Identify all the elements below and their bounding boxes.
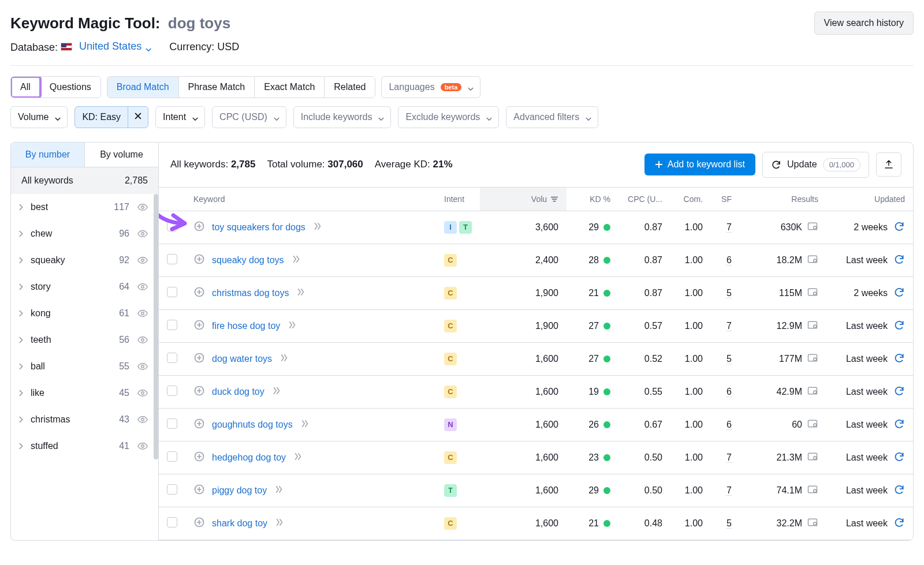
serp-icon[interactable]	[807, 319, 818, 333]
eye-icon[interactable]	[137, 414, 148, 425]
serp-icon[interactable]	[807, 286, 818, 300]
add-keyword-icon[interactable]	[193, 385, 205, 399]
serp-icon[interactable]	[807, 418, 818, 432]
expand-icon[interactable]	[287, 320, 297, 332]
add-keyword-icon[interactable]	[193, 253, 205, 267]
add-keyword-icon[interactable]	[193, 319, 205, 333]
eye-icon[interactable]	[137, 282, 148, 292]
eye-icon[interactable]	[137, 388, 148, 398]
refresh-icon[interactable]	[893, 484, 905, 497]
keyword-link[interactable]: goughnuts dog toys	[212, 420, 293, 430]
expand-icon[interactable]	[312, 221, 323, 234]
tab-broad-match[interactable]: Broad Match	[107, 77, 179, 98]
expand-icon[interactable]	[296, 287, 306, 300]
keyword-link[interactable]: fire hose dog toy	[212, 321, 280, 331]
col-sf[interactable]: SF	[711, 188, 740, 211]
filter-exclude[interactable]: Exclude keywords	[398, 106, 499, 128]
row-checkbox[interactable]	[167, 517, 177, 527]
serp-icon[interactable]	[807, 451, 818, 465]
export-button[interactable]	[876, 152, 901, 177]
col-intent[interactable]: Intent	[436, 188, 480, 211]
sidebar-item[interactable]: kong 61	[11, 300, 158, 327]
expand-icon[interactable]	[293, 451, 303, 464]
serp-icon[interactable]	[807, 484, 818, 497]
keyword-link[interactable]: christmas dog toys	[212, 288, 289, 298]
update-button[interactable]: Update 0/1,000	[762, 152, 869, 178]
refresh-icon[interactable]	[893, 319, 905, 333]
keyword-link[interactable]: shark dog toy	[212, 518, 267, 529]
keyword-link[interactable]: toy squeakers for dogs	[212, 222, 305, 233]
refresh-icon[interactable]	[893, 220, 905, 234]
col-results[interactable]: Results	[740, 188, 826, 211]
tab-questions[interactable]: Questions	[40, 77, 100, 98]
col-kd[interactable]: KD %	[567, 188, 619, 211]
tab-exact-match[interactable]: Exact Match	[255, 77, 325, 98]
tab-phrase-match[interactable]: Phrase Match	[179, 77, 255, 98]
sidebar-item[interactable]: chew 96	[11, 220, 158, 247]
refresh-icon[interactable]	[893, 418, 905, 432]
row-checkbox[interactable]	[167, 484, 177, 495]
refresh-icon[interactable]	[893, 451, 905, 465]
eye-icon[interactable]	[137, 361, 148, 372]
tab-related[interactable]: Related	[325, 77, 375, 98]
database-selector[interactable]: Database: United States	[10, 40, 151, 54]
refresh-icon[interactable]	[893, 253, 905, 267]
row-checkbox[interactable]	[167, 353, 177, 363]
refresh-icon[interactable]	[893, 352, 905, 366]
sidebar-item[interactable]: like 45	[11, 380, 158, 406]
serp-icon[interactable]	[807, 253, 818, 267]
refresh-icon[interactable]	[893, 517, 905, 530]
keyword-link[interactable]: dog water toys	[212, 354, 272, 364]
row-checkbox[interactable]	[167, 221, 177, 231]
col-com[interactable]: Com.	[670, 188, 711, 211]
col-volume[interactable]: Volu	[480, 188, 567, 211]
sidebar-item[interactable]: christmas 43	[11, 406, 158, 433]
languages-select[interactable]: Languages beta	[381, 76, 480, 98]
keyword-link[interactable]: piggy dog toy	[212, 485, 267, 496]
col-keyword[interactable]: Keyword	[185, 188, 436, 211]
add-to-keyword-list-button[interactable]: Add to keyword list	[644, 154, 755, 175]
expand-icon[interactable]	[291, 254, 301, 267]
serp-icon[interactable]	[807, 517, 818, 530]
serp-icon[interactable]	[807, 352, 818, 366]
keyword-link[interactable]: duck dog toy	[212, 387, 264, 397]
row-checkbox[interactable]	[167, 451, 177, 462]
filter-advanced[interactable]: Advanced filters	[506, 106, 598, 128]
add-keyword-icon[interactable]	[193, 517, 205, 530]
eye-icon[interactable]	[137, 255, 148, 265]
expand-icon[interactable]	[274, 517, 285, 530]
col-updated[interactable]: Updated	[826, 188, 913, 211]
row-checkbox[interactable]	[167, 287, 177, 297]
keyword-link[interactable]: squeaky dog toys	[212, 255, 284, 265]
filter-volume[interactable]: Volume	[10, 106, 68, 128]
keyword-link[interactable]: hedgehog dog toy	[212, 452, 286, 463]
expand-icon[interactable]	[274, 484, 284, 497]
tab-by-volume[interactable]: By volume	[85, 143, 158, 167]
all-keywords-group[interactable]: All keywords 2,785	[11, 167, 158, 194]
eye-icon[interactable]	[137, 441, 148, 451]
eye-icon[interactable]	[137, 335, 148, 345]
filter-kd-label[interactable]: KD: Easy	[75, 107, 128, 128]
serp-icon[interactable]	[807, 385, 818, 399]
sidebar-item[interactable]: teeth 56	[11, 327, 158, 353]
serp-icon[interactable]	[807, 220, 818, 234]
eye-icon[interactable]	[137, 229, 148, 239]
add-keyword-icon[interactable]	[193, 220, 205, 234]
add-keyword-icon[interactable]	[193, 418, 205, 432]
col-cpc[interactable]: CPC (U...	[619, 188, 670, 211]
row-checkbox[interactable]	[167, 386, 177, 396]
sidebar-item[interactable]: stuffed 41	[11, 433, 158, 459]
refresh-icon[interactable]	[893, 385, 905, 399]
eye-icon[interactable]	[137, 308, 148, 319]
row-checkbox[interactable]	[167, 320, 177, 330]
tab-by-number[interactable]: By number	[11, 143, 85, 167]
filter-include[interactable]: Include keywords	[293, 106, 392, 128]
add-keyword-icon[interactable]	[193, 352, 205, 366]
add-keyword-icon[interactable]	[193, 484, 205, 497]
expand-icon[interactable]	[279, 353, 289, 365]
row-checkbox[interactable]	[167, 254, 177, 264]
expand-icon[interactable]	[300, 418, 310, 431]
filter-cpc[interactable]: CPC (USD)	[212, 106, 286, 128]
sidebar-item[interactable]: story 64	[11, 274, 158, 300]
refresh-icon[interactable]	[893, 286, 905, 300]
